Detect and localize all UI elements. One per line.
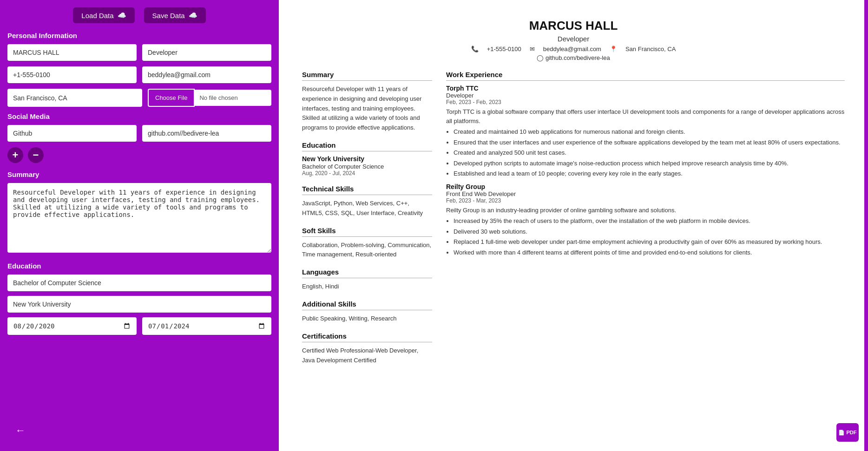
degree-input[interactable]	[7, 275, 271, 291]
choose-file-button[interactable]: Choose File	[148, 89, 195, 107]
resume-phone: +1-555-0100	[487, 46, 521, 52]
location-file-row: Choose File No file chosen	[7, 89, 271, 107]
job2-role: Front End Web Developer	[446, 190, 845, 197]
soft-skills-body: Collaboration, Problem-solving, Communic…	[302, 241, 432, 260]
summary-section-title: Summary	[302, 71, 432, 81]
resume-right-col: Work Experience Torph TTC Developer Feb,…	[446, 71, 845, 373]
start-date-input[interactable]	[7, 317, 137, 335]
summary-section: Summary Resourceful Developer with 11 ye…	[302, 71, 432, 133]
load-data-button[interactable]: Load Data ☁️	[73, 7, 134, 23]
edu-dates: Aug, 2020 - Jul, 2024	[302, 170, 432, 176]
title-input[interactable]	[142, 44, 271, 61]
name-title-row	[7, 44, 271, 61]
job-item-1: Torph TTC Developer Feb, 2023 - Feb, 202…	[446, 85, 845, 178]
soft-skills-title: Soft Skills	[302, 227, 432, 237]
resume-body: Summary Resourceful Developer with 11 ye…	[302, 71, 845, 373]
resume-github-row: ◯ github.com/bedivere-lea	[302, 54, 845, 61]
languages-body: English, Hindi	[302, 282, 432, 292]
end-date-input[interactable]	[142, 317, 271, 335]
job2-bullet-3: Replaced 1 full-time web developer under…	[454, 237, 845, 247]
resume-left-col: Summary Resourceful Developer with 11 ye…	[302, 71, 432, 373]
job1-bullet-2: Ensured that the user interfaces and use…	[454, 138, 845, 147]
languages-title: Languages	[302, 268, 432, 278]
job-item-2: Reilty Group Front End Web Developer Feb…	[446, 183, 845, 257]
technical-skills-body: JavaScript, Python, Web Services, C++, H…	[302, 199, 432, 218]
social-media-label: Social Media	[7, 112, 271, 120]
email-icon: ✉	[530, 46, 535, 52]
school-input[interactable]	[7, 296, 271, 313]
personal-info-label: Personal Information	[7, 32, 271, 39]
date-row	[7, 317, 271, 335]
resume-name: MARCUS HALL	[302, 19, 845, 33]
purple-accent-bar	[864, 0, 868, 451]
job1-bullet-3: Created and analyzed 500 unit test cases…	[454, 148, 845, 157]
load-data-label: Load Data	[81, 12, 113, 20]
job1-bullet-1: Created and maintained 10 web applicatio…	[454, 127, 845, 137]
save-data-label: Save Data	[152, 12, 185, 20]
file-upload-container: Choose File No file chosen	[148, 89, 271, 107]
resume-email: beddylea@gmail.com	[543, 46, 601, 52]
job2-bullet-2: Delivered 30 web solutions.	[454, 227, 845, 236]
resume-job-title: Developer	[302, 35, 845, 43]
job2-bullet-1: Increased by 35% the reach of users to t…	[454, 216, 845, 226]
pdf-export-button[interactable]: 📄 PDF	[836, 423, 859, 442]
additional-skills-body: Public Speaking, Writing, Research	[302, 314, 432, 324]
job1-dates: Feb, 2023 - Feb, 2023	[446, 99, 845, 105]
resume-preview: MARCUS HALL Developer 📞 +1-555-0100 ✉ be…	[279, 0, 868, 451]
save-icon: ☁️	[189, 11, 197, 20]
name-input[interactable]	[7, 44, 137, 61]
left-panel: Load Data ☁️ Save Data ☁️ Personal Infor…	[0, 0, 279, 451]
additional-skills-section: Additional Skills Public Speaking, Writi…	[302, 300, 432, 324]
certifications-title: Certifications	[302, 332, 432, 342]
location-input[interactable]	[7, 89, 142, 107]
job1-role: Developer	[446, 92, 845, 99]
job2-desc: Reilty Group is an industry-leading prov…	[446, 206, 845, 215]
remove-social-button[interactable]: −	[28, 147, 44, 163]
education-section-title: Education	[302, 141, 432, 151]
social-url-input[interactable]	[142, 125, 271, 142]
phone-input[interactable]	[7, 66, 137, 83]
social-platform-input[interactable]	[7, 125, 137, 142]
work-experience-title: Work Experience	[446, 71, 845, 81]
phone-icon: 📞	[471, 46, 479, 52]
edu-school: New York University	[302, 155, 432, 163]
job2-bullet-4: Worked with more than 4 different teams …	[454, 248, 845, 257]
pdf-icon: 📄 PDF	[838, 430, 856, 436]
job1-bullet-4: Developed python scripts to automate ima…	[454, 159, 845, 168]
education-label: Education	[7, 262, 271, 270]
additional-skills-title: Additional Skills	[302, 300, 432, 310]
resume-header: MARCUS HALL Developer 📞 +1-555-0100 ✉ be…	[302, 19, 845, 61]
location-icon: 📍	[610, 46, 617, 52]
job2-dates: Feb, 2023 - Mar, 2023	[446, 197, 845, 204]
job1-bullets: Created and maintained 10 web applicatio…	[446, 127, 845, 178]
email-input[interactable]	[142, 66, 271, 83]
summary-textarea[interactable]: Resourceful Developer with 11 years of e…	[7, 183, 271, 253]
certifications-section: Certifications Certified Web Professiona…	[302, 332, 432, 366]
work-experience-section: Work Experience Torph TTC Developer Feb,…	[446, 71, 845, 257]
technical-skills-section: Technical Skills JavaScript, Python, Web…	[302, 185, 432, 218]
summary-section-body: Resourceful Developer with 11 years of e…	[302, 85, 432, 133]
job1-bullet-5: Established and lead a team of 10 people…	[454, 169, 845, 178]
upload-icon: ☁️	[118, 11, 126, 20]
soft-skills-section: Soft Skills Collaboration, Problem-solvi…	[302, 227, 432, 260]
top-bar: Load Data ☁️ Save Data ☁️	[7, 7, 271, 23]
social-row	[7, 125, 271, 142]
education-section: Education New York University Bachelor o…	[302, 141, 432, 176]
certifications-body: Certified Web Professional-Web Developer…	[302, 346, 432, 366]
resume-contact-row: 📞 +1-555-0100 ✉ beddylea@gmail.com 📍 San…	[302, 46, 845, 52]
back-button[interactable]: ←	[9, 419, 32, 442]
languages-section: Languages English, Hindi	[302, 268, 432, 292]
add-social-button[interactable]: +	[7, 147, 23, 163]
plus-minus-row: + −	[7, 147, 271, 163]
phone-email-row	[7, 66, 271, 83]
job1-company: Torph TTC	[446, 85, 845, 92]
save-data-button[interactable]: Save Data ☁️	[144, 7, 206, 23]
job2-company: Reilty Group	[446, 183, 845, 190]
summary-label: Summary	[7, 170, 271, 178]
file-name-display: No file chosen	[195, 90, 271, 106]
resume-github-url: github.com/bedivere-lea	[546, 54, 610, 61]
technical-skills-title: Technical Skills	[302, 185, 432, 195]
job1-desc: Torph TTC is a global software company t…	[446, 107, 845, 125]
job2-bullets: Increased by 35% the reach of users to t…	[446, 216, 845, 257]
edu-degree: Bachelor of Computer Science	[302, 163, 432, 170]
